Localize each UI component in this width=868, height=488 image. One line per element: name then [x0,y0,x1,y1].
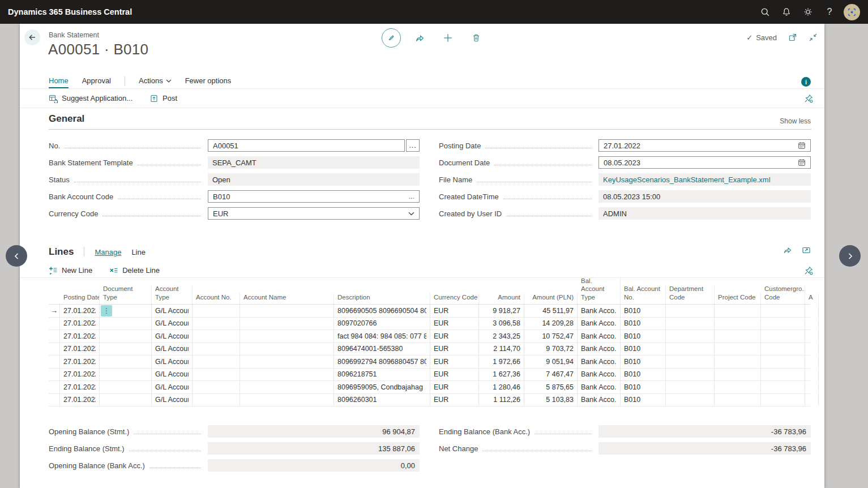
cell-document_type[interactable]: ⋮ [100,305,152,317]
cell-a_col[interactable] [805,381,819,393]
column-header-a_col[interactable]: A [805,293,819,304]
cell-department_code[interactable] [666,330,715,343]
cell-a_col[interactable] [805,318,819,330]
cell-bal_account_no[interactable]: B010 [621,330,666,343]
cell-amount_pln[interactable]: 7 467,47 [524,369,578,381]
cell-menu-button[interactable]: ⋮ [101,305,112,316]
cell-customergroup_code[interactable] [761,330,805,343]
document-date-input[interactable]: 08.05.2023 [598,156,811,169]
tab-fewer-options[interactable]: Fewer options [185,76,232,88]
cell-account_type[interactable]: G/L Account [152,343,193,356]
table-row[interactable]: →27.01.2022⋮G/L Account8096690505 809669… [49,305,810,318]
tab-actions[interactable]: Actions [139,76,172,88]
cell-customergroup_code[interactable] [761,369,805,381]
cell-account_name[interactable] [240,343,334,356]
cell-amount[interactable]: 1 627,36 [479,369,524,381]
cell-bal_account_no[interactable]: B010 [621,369,666,381]
new-line-button[interactable]: New Line [49,266,92,275]
cell-description[interactable]: 8096959095, Condbajahag [334,381,430,393]
cell-project_code[interactable] [715,369,761,381]
delete-line-button[interactable]: Delete Line [109,266,160,275]
cell-document_type[interactable] [100,318,152,330]
column-header-amount[interactable]: Amount [479,293,524,304]
cell-posting_date[interactable]: 27.01.2022 [60,369,100,381]
cell-posting_date[interactable]: 27.01.2022 [60,318,100,330]
cell-account_no[interactable] [193,318,240,330]
cell-customergroup_code[interactable] [761,305,805,317]
cell-bal_account_type[interactable]: Bank Acco... [578,356,621,368]
cell-document_type[interactable] [100,330,152,343]
cell-account_no[interactable] [193,394,240,406]
cell-account_name[interactable] [240,330,334,343]
cell-account_name[interactable] [240,305,334,317]
cell-a_col[interactable] [805,356,819,368]
cell-amount[interactable]: 2 343,25 [479,330,524,343]
calendar-icon[interactable] [798,142,806,149]
cell-account_type[interactable]: G/L Account [152,318,193,330]
cell-a_col[interactable] [805,394,819,406]
column-header-project_code[interactable]: Project Code [715,293,761,304]
cell-description[interactable]: 8096218751 [334,369,430,381]
cell-project_code[interactable] [715,305,761,317]
bank-account-code-input[interactable]: B010... [208,190,420,203]
cell-description[interactable]: 8096690505 8096690504 8096... [334,305,430,317]
posting-date-input[interactable]: 27.01.2022 [598,139,811,152]
cell-account_type[interactable]: G/L Account [152,381,193,393]
cell-account_type[interactable]: G/L Account [152,369,193,381]
cell-document_type[interactable] [100,394,152,406]
cell-department_code[interactable] [666,369,715,381]
cell-bal_account_type[interactable]: Bank Acco... [578,330,621,343]
settings-gear-icon[interactable] [797,0,819,24]
column-header-account_name[interactable]: Account Name [240,293,334,304]
post-button[interactable]: Post [149,94,177,103]
cell-customergroup_code[interactable] [761,356,805,368]
cell-a_col[interactable] [805,369,819,381]
delete-button[interactable] [467,28,486,48]
table-row[interactable]: 27.01.2022G/L Account8096992794 80968804… [49,356,810,369]
lines-focus-mode-button[interactable] [802,246,811,257]
help-icon[interactable]: ? [819,0,840,24]
cell-project_code[interactable] [715,394,761,406]
cell-document_type[interactable] [100,343,152,356]
chevron-down-icon[interactable] [408,212,414,216]
cell-bal_account_no[interactable]: B010 [621,381,666,393]
cell-account_no[interactable] [193,369,240,381]
cell-bal_account_type[interactable]: Bank Acco... [578,381,621,393]
notifications-bell-icon[interactable] [776,0,797,24]
cell-currency_code[interactable]: EUR [430,305,479,317]
customize-pin-button[interactable] [804,94,813,103]
tab-home[interactable]: Home [49,76,69,88]
cell-amount[interactable]: 1 972,66 [479,356,524,368]
cell-amount[interactable]: 3 096,58 [479,318,524,330]
edit-button[interactable] [382,28,401,48]
cell-currency_code[interactable]: EUR [430,343,479,356]
cell-project_code[interactable] [715,381,761,393]
cell-bal_account_no[interactable]: B010 [621,394,666,406]
cell-department_code[interactable] [666,305,715,317]
cell-department_code[interactable] [666,343,715,356]
cell-posting_date[interactable]: 27.01.2022 [60,356,100,368]
cell-amount_pln[interactable]: 14 209,28 [524,318,578,330]
cell-account_name[interactable] [240,381,334,393]
column-header-account_type[interactable]: Account Type [152,285,193,304]
cell-description[interactable]: 8096992794 8096880457 8096... [334,356,430,368]
cell-a_col[interactable] [805,343,819,356]
no-input[interactable]: A00051 [208,139,405,152]
cell-posting_date[interactable]: 27.01.2022 [60,381,100,393]
cell-bal_account_type[interactable]: Bank Acco... [578,318,621,330]
cell-description[interactable]: fact 984 084: 984 085: 077 869 [334,330,430,343]
cell-document_type[interactable] [100,356,152,368]
column-header-department_code[interactable]: Department Code [666,285,715,304]
table-row[interactable]: 27.01.2022G/L Account8096474001-565380EU… [49,343,810,356]
column-header-bal_account_no[interactable]: Bal. Account No. [621,285,666,304]
cell-posting_date[interactable]: 27.01.2022 [60,394,100,406]
cell-amount_pln[interactable]: 45 511,97 [524,305,578,317]
cell-description[interactable]: 8097020766 [334,318,430,330]
cell-amount_pln[interactable]: 10 752,47 [524,330,578,343]
bank-account-code-lookup-ellipsis[interactable]: ... [409,192,414,200]
cell-description[interactable]: 8096260301 [334,394,430,406]
cell-amount_pln[interactable]: 5 103,83 [524,394,578,406]
cell-account_name[interactable] [240,369,334,381]
column-header-document_type[interactable]: Document Type [100,285,152,304]
cell-department_code[interactable] [666,394,715,406]
